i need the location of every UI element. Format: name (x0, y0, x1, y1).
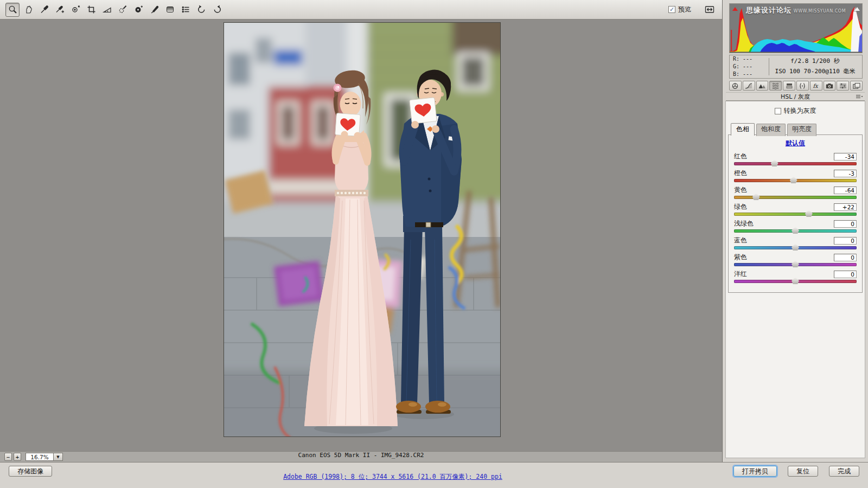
zoom-level-dropdown[interactable]: ▼ (54, 453, 63, 461)
camera-icon (825, 82, 834, 89)
zoom-tool[interactable] (5, 3, 20, 17)
slider-value-input[interactable] (834, 153, 857, 160)
effects-tab[interactable]: fx (810, 81, 822, 91)
preferences-tool[interactable] (178, 3, 193, 17)
rotate-left-tool[interactable] (194, 3, 208, 17)
divider (769, 58, 769, 75)
graduated-filter-icon (165, 4, 175, 15)
editor-left-column: ✓ 预览 (0, 0, 722, 462)
straighten-icon (102, 4, 112, 15)
basic-tab[interactable] (729, 81, 742, 91)
convert-to-grayscale-label: 转换为灰度 (784, 106, 816, 115)
slider-value-input[interactable] (834, 203, 857, 211)
shadow-clipping-indicator[interactable] (731, 5, 738, 12)
zoom-level-field[interactable]: 16.7% (25, 453, 54, 461)
tab-hue[interactable]: 色相 (731, 123, 755, 136)
slider-value-input[interactable] (834, 237, 857, 245)
slider-value-input[interactable] (834, 220, 857, 228)
done-button[interactable]: 完成 (829, 466, 859, 477)
camera-calibration-tab[interactable] (824, 81, 836, 91)
slider-track[interactable] (734, 162, 857, 165)
slider-value-input[interactable] (834, 254, 857, 261)
image-info-link[interactable]: Adobe RGB (1998); 8 位; 3744 x 5616 (21.0… (283, 473, 502, 480)
hsl-slider-row: 洋红 (734, 270, 857, 283)
groom-heart-card (410, 98, 437, 124)
slider-track[interactable] (734, 246, 857, 249)
rotate-cw-icon (212, 4, 222, 15)
rotate-right-tool[interactable] (210, 3, 224, 17)
slider-track[interactable] (734, 280, 857, 283)
tab-saturation[interactable]: 饱和度 (756, 124, 786, 136)
preview-checkbox[interactable]: ✓ 预览 (668, 5, 691, 14)
lens-corrections-tab[interactable] (796, 81, 809, 91)
snapshots-icon (852, 82, 861, 89)
default-values-link[interactable]: 默认值 (786, 139, 805, 147)
hsl-slider-row: 橙色 (734, 169, 857, 182)
zoom-out-button[interactable]: − (4, 453, 12, 461)
color-sampler-tool[interactable] (53, 3, 67, 17)
detail-tab[interactable] (756, 81, 769, 91)
slider-value-input[interactable] (834, 187, 857, 194)
slider-value-input[interactable] (834, 170, 857, 177)
watermark-url: WWW.MISSYUAN.COM (794, 9, 846, 14)
slider-thumb[interactable] (805, 210, 813, 217)
wedding-photo (224, 23, 501, 437)
zoom-in-button[interactable]: + (14, 453, 21, 461)
slider-track[interactable] (734, 179, 857, 182)
save-image-button[interactable]: 存储图像 (9, 466, 52, 477)
fullscreen-toggle-button[interactable] (703, 3, 717, 17)
rgb-r-value: R: --- (733, 55, 767, 63)
slider-track[interactable] (734, 213, 857, 216)
image-filename: Canon EOS 5D Mark II - IMG_9428.CR2 (0, 452, 722, 459)
tab-luminance[interactable]: 明亮度 (787, 124, 816, 136)
convert-to-grayscale-checkbox[interactable]: 转换为灰度 (726, 106, 865, 115)
slider-thumb[interactable] (790, 177, 797, 183)
slider-track[interactable] (734, 229, 857, 233)
slider-track[interactable] (734, 263, 857, 266)
adjustment-brush-tool[interactable] (147, 3, 161, 17)
highlight-clipping-indicator[interactable] (853, 5, 860, 12)
slider-thumb[interactable] (752, 194, 760, 200)
targeted-adjustment-tool[interactable] (68, 3, 82, 17)
split-toning-icon (784, 82, 794, 89)
adjustments-panel: 思缘设计论坛 WWW.MISSYUAN.COM R: --- G: --- (722, 0, 868, 462)
split-toning-tab[interactable] (783, 81, 795, 91)
straighten-tool[interactable] (100, 3, 114, 17)
hand-tool[interactable] (21, 3, 35, 17)
bottom-bar: 存储图像 Adobe RGB (1998); 8 位; 3744 x 5616 … (0, 462, 868, 488)
aperture-icon (730, 82, 740, 89)
slider-thumb[interactable] (792, 244, 799, 251)
snapshots-tab[interactable] (850, 81, 863, 91)
tone-curve-tab[interactable] (743, 81, 755, 91)
reset-button[interactable]: 复位 (788, 466, 818, 477)
slider-label: 红色 (734, 152, 747, 161)
white-balance-tool[interactable] (37, 3, 51, 17)
slider-thumb[interactable] (792, 261, 799, 267)
toggle-fullscreen-icon (704, 4, 715, 15)
panel-menu-icon[interactable] (856, 94, 863, 99)
slider-value-input[interactable] (834, 271, 857, 278)
slider-label: 洋红 (734, 269, 747, 279)
presets-tab[interactable] (837, 81, 849, 91)
slider-thumb[interactable] (771, 160, 778, 166)
slider-thumb[interactable] (792, 278, 799, 284)
watermark: 思缘设计论坛 WWW.MISSYUAN.COM (730, 5, 862, 15)
svg-text:fx: fx (813, 83, 819, 89)
hsl-slider-row: 绿色 (734, 203, 857, 216)
crop-tool[interactable] (84, 3, 98, 17)
camera-raw-window: ✓ 预览 (0, 0, 868, 488)
red-eye-tool[interactable] (131, 3, 145, 17)
panel-title: HSL / 灰度 (781, 93, 810, 100)
slider-track[interactable] (734, 196, 857, 199)
iso-focal-info: ISO 100 70-200@110 毫米 (771, 67, 859, 77)
hsl-grayscale-tab[interactable] (769, 81, 782, 91)
checkbox-box-icon (775, 108, 781, 114)
photo-canvas[interactable] (224, 22, 501, 437)
open-copy-button[interactable]: 打开拷贝 (733, 466, 777, 477)
graduated-filter-tool[interactable] (163, 3, 177, 17)
hsl-slider-row: 紫色 (734, 253, 857, 266)
slider-thumb[interactable] (792, 227, 799, 234)
histogram: 思缘设计论坛 WWW.MISSYUAN.COM (729, 3, 863, 53)
spot-removal-tool[interactable] (116, 3, 130, 17)
hand-icon (23, 4, 34, 15)
